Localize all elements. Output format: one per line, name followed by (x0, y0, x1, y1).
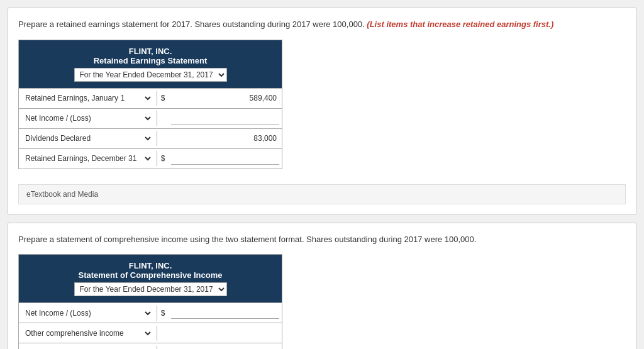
retained-earnings-table: FLINT, INC. Retained Earnings Statement … (18, 40, 282, 169)
input-net-income-ci[interactable] (171, 307, 279, 319)
etextbook-bar-1: eTextbook and Media (18, 184, 626, 204)
table-row: Other comprehensive income (19, 323, 282, 343)
label-select-net-income-1[interactable]: Net Income / (Loss) (23, 113, 153, 123)
instruction1: Prepare a retained earnings statement fo… (18, 18, 626, 31)
period-select-1[interactable]: For the Year Ended December 31, 2017 (74, 68, 227, 82)
label-select-dividends[interactable]: Dividends Declared (23, 133, 153, 143)
table-row: Unrealized holding gain, net of tax (19, 343, 282, 349)
input-wrapper-oci-empty (169, 332, 282, 335)
input-net-income-1[interactable] (171, 113, 279, 125)
company-name-2: FLINT, INC. (23, 261, 278, 270)
input-wrapper-re-dec31 (169, 152, 282, 166)
value-re-jan1: 589,400 (169, 91, 282, 105)
row-label-net-income-ci: Net Income / (Loss) (19, 306, 157, 321)
company-name-1: FLINT, INC. (23, 47, 278, 56)
row-label-net-income-1: Net Income / (Loss) (19, 111, 157, 126)
input-wrapper-unrealized (169, 346, 282, 349)
label-select-re-jan1[interactable]: Retained Earnings, January 1 (23, 93, 153, 103)
instruction2-text: Prepare a statement of comprehensive inc… (18, 235, 476, 244)
etextbook-label-1: eTextbook and Media (26, 190, 98, 199)
dollar-sign-1: $ (157, 94, 169, 102)
statement-title-2: Statement of Comprehensive Income (23, 270, 278, 280)
row-label-re-dec31: Retained Earnings, December 31 (19, 151, 157, 166)
value-dividends: 83,000 (169, 131, 282, 145)
input-wrapper-net-income-1 (169, 111, 282, 126)
table-row: Retained Earnings, January 1 $ 589,400 (19, 88, 282, 108)
dollar-sign-dec31: $ (157, 154, 169, 163)
row-label-dividends: Dividends Declared (19, 131, 157, 146)
comprehensive-income-table: FLINT, INC. Statement of Comprehensive I… (18, 254, 282, 349)
instruction1-highlight: (List items that increase retained earni… (367, 19, 553, 29)
statement-title-1: Retained Earnings Statement (23, 56, 278, 65)
input-re-dec31[interactable] (171, 153, 279, 165)
label-select-oci[interactable]: Other comprehensive income (23, 328, 153, 338)
table-row: Dividends Declared 83,000 (19, 128, 282, 148)
row-label-re-jan1: Retained Earnings, January 1 (19, 91, 157, 106)
retained-earnings-header: FLINT, INC. Retained Earnings Statement … (19, 40, 282, 88)
section1-wrapper: Prepare a retained earnings statement fo… (8, 8, 636, 215)
label-select-net-income-ci[interactable]: Net Income / (Loss) (23, 308, 153, 318)
instruction2: Prepare a statement of comprehensive inc… (18, 233, 626, 246)
instruction1-text: Prepare a retained earnings statement fo… (18, 19, 365, 29)
table-row: Net Income / (Loss) $ (19, 302, 282, 323)
dollar-sign-ni-ci: $ (157, 309, 169, 318)
section2-wrapper: Prepare a statement of comprehensive inc… (8, 223, 636, 350)
comprehensive-income-header: FLINT, INC. Statement of Comprehensive I… (19, 255, 282, 302)
period-select-2[interactable]: For the Year Ended December 31, 2017 (74, 282, 227, 296)
table-row: Net Income / (Loss) (19, 108, 282, 128)
input-wrapper-ni-ci (169, 306, 282, 320)
row-label-oci: Other comprehensive income (19, 326, 157, 341)
label-select-re-dec31[interactable]: Retained Earnings, December 31 (23, 153, 153, 163)
table-row: Retained Earnings, December 31 $ (19, 148, 282, 169)
row-label-unrealized: Unrealized holding gain, net of tax (19, 346, 157, 350)
